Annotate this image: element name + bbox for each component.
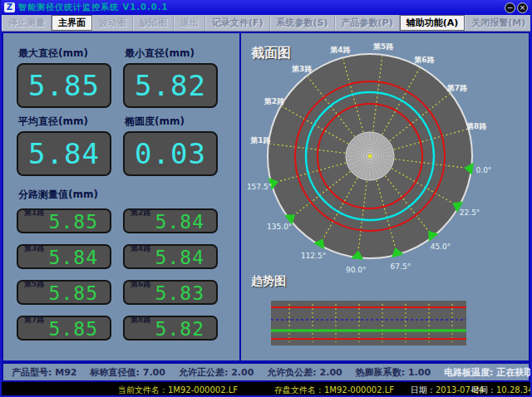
channel-marker-label: 第8路 [466,122,487,130]
channel-label: 第2路 [131,208,150,218]
parameter-status-bar: 产品型号: M92 标称直径值: 7.00 允许正公差: 2.00 允许负公差:… [2,362,530,382]
channel-label: 第4路 [131,243,150,254]
saved-filename: 存盘文件名：1M92-000002.LF [274,385,394,396]
channel-value: 5.84 [155,247,204,268]
channel-label: 第5路 [24,279,44,290]
channel-display-6: 第6路 5.83 [123,280,218,305]
angle-marker-label: 67.5° [391,262,411,271]
gauge-value: 5.85 [28,69,100,102]
angle-marker-label: 135.0° [267,223,292,231]
gauge-display: 5.84 [17,131,111,176]
gauge-min-diameter: 最小直径(mm) 5.82 [123,47,229,108]
menu-item-product-params[interactable]: 产品参数(P) [335,15,400,31]
channel-display-8: 第8路 5.82 [123,316,218,341]
gauge-avg-diameter: 平均直径(mm) 5.84 [17,115,123,176]
gauge-value: 5.84 [28,137,100,170]
gauge-label: 最小直径(mm) [125,47,229,61]
channel-value: 5.85 [49,318,98,340]
channel-display-7: 第7路 5.85 [17,316,111,341]
angle-marker-label: 157.5° [247,183,272,191]
channel-label: 第1路 [24,208,44,218]
gauge-display: 0.03 [123,131,218,176]
angle-marker-label: 45.0° [431,243,451,251]
window-title: 智能测径仪统计监控系统 V1.0.0.1 [18,2,505,13]
close-button[interactable]: × [517,2,528,13]
channel-label: 第7路 [24,315,44,326]
channel-marker-label: 第6路 [413,56,435,64]
gauge-value: 5.82 [135,69,206,102]
angle-marker-label: 112.5° [301,252,326,260]
channel-value: 5.83 [155,282,204,304]
channel-value: 5.85 [49,211,98,233]
channel-label: 第8路 [131,315,150,326]
menu-item-wave-chart[interactable]: 波动图 [92,15,133,31]
channel-value: 5.84 [49,247,98,268]
negative-tolerance: 允许负公差: 2.00 [267,366,342,379]
section-view-chart: 第1路第2路第3路第4路第5路第6路第7路第8路0.0°22.5°45.0°67… [241,33,527,282]
gauge-label: 平均直径(mm) [18,115,123,129]
channel-display-5: 第5路 5.85 [17,280,111,305]
menu-item-system-params[interactable]: 系统参数(S) [270,15,335,31]
menu-item-aux-functions[interactable]: 辅助功能(A) [400,15,466,31]
channel-marker-label: 第7路 [446,84,468,92]
angle-marker-label: 0.0° [476,166,492,174]
menu-item-main-screen[interactable]: 主界面 [52,15,92,31]
gauge-value: 0.03 [135,137,206,170]
file-status-bar: 当前文件名：1M92-000002.LF 存盘文件名：1M92-000002.L… [2,382,530,397]
nominal-diameter: 标称直径值: 7.00 [91,366,165,379]
product-model: 产品型号: M92 [12,366,77,379]
channel-marker-label: 第3路 [291,65,313,73]
menu-item-record-files[interactable]: 记录文件(F) [205,15,270,31]
channel-label: 第6路 [131,279,150,290]
app-icon: Z [4,2,15,12]
gauge-label: 椭圆度(mm) [125,115,229,129]
channel-marker-label: 第5路 [372,42,394,51]
channel-section-label: 分路测量值(mm) [18,188,239,202]
measurement-panel: 最大直径(mm) 5.85 最小直径(mm) 5.82 平均直径(mm) 5.8… [3,33,241,360]
board-temperature: 电路板温度: 正在获取，稍等片刻... [444,366,532,379]
gauge-ovality: 椭圆度(mm) 0.03 [123,115,229,176]
angle-marker-label: 22.5° [460,208,480,217]
gauge-max-diameter: 最大直径(mm) 5.85 [17,47,123,108]
section-chart-title: 截面图 [251,45,291,62]
center-dot [368,154,372,159]
time-display: 时间：10.28.34 [471,385,532,396]
channel-display-1: 第1路 5.85 [17,208,111,233]
angle-marker-label: 90.0° [346,266,367,274]
channel-value: 5.82 [155,318,204,340]
minimize-button[interactable]: − [505,2,515,13]
channel-display-2: 第2路 5.84 [123,208,218,233]
channel-display-4: 第4路 5.84 [123,244,218,269]
channel-marker-label: 第4路 [329,46,351,54]
menu-item-exit[interactable]: 退出 [174,15,205,31]
channel-label: 第3路 [24,243,44,254]
channel-display-3: 第3路 5.84 [17,244,111,269]
gauge-display: 5.82 [123,63,218,108]
gauge-label: 最大直径(mm) [18,47,123,61]
trend-chart-title: 趋势图 [251,274,286,289]
positive-tolerance: 允许正公差: 2.00 [179,366,254,379]
thermal-expansion: 热膨胀系数: 1.00 [356,366,431,379]
app-window: Z 智能测径仪统计监控系统 V1.0.0.1 − × 停止测量 主界面 波动图 … [0,0,532,397]
current-filename: 当前文件名：1M92-000002.LF [118,385,238,396]
chart-panel: 第1路第2路第3路第4路第5路第6路第7路第8路0.0°22.5°45.0°67… [241,33,529,360]
trend-chart [271,301,466,346]
channel-value: 5.84 [155,211,204,233]
channel-marker-label: 第1路 [249,136,271,145]
menu-item-stop-measure[interactable]: 停止测量 [2,15,52,31]
menu-item-defect-chart[interactable]: 缺陷图 [133,15,174,31]
menu-item-close-alarm[interactable]: 关闭报警(M) [465,15,532,31]
main-content: 最大直径(mm) 5.85 最小直径(mm) 5.82 平均直径(mm) 5.8… [2,32,530,362]
title-bar: Z 智能测径仪统计监控系统 V1.0.0.1 − × [2,0,530,15]
gauge-display: 5.85 [17,63,111,108]
channel-value: 5.85 [49,282,98,304]
channel-marker-label: 第2路 [264,97,285,105]
menu-bar: 停止测量 主界面 波动图 缺陷图 退出 记录文件(F) 系统参数(S) 产品参数… [2,15,530,32]
